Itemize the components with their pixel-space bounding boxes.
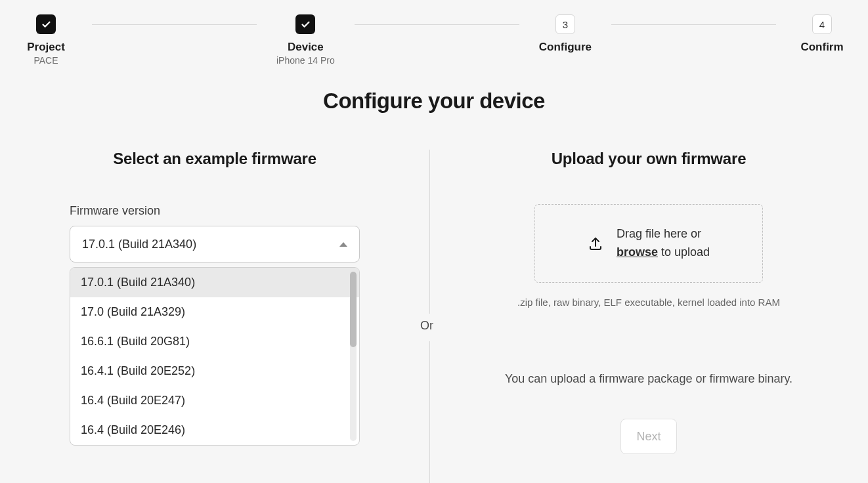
chevron-up-icon <box>339 242 347 247</box>
upload-note: You can upload a firmware package or fir… <box>505 372 792 386</box>
step-device[interactable]: Device iPhone 14 Pro <box>276 14 335 66</box>
step-box-done <box>36 14 56 34</box>
page-title: Configure your device <box>0 89 868 114</box>
firmware-option[interactable]: 16.4.1 (Build 20E252) <box>70 356 359 386</box>
vertical-divider <box>429 341 430 483</box>
firmware-option[interactable]: 16.4 (Build 20E246) <box>70 415 359 445</box>
vertical-divider <box>429 150 430 314</box>
firmware-version-dropdown: 17.0.1 (Build 21A340) 17.0 (Build 21A329… <box>70 267 360 446</box>
firmware-option[interactable]: 17.0 (Build 21A329) <box>70 297 359 327</box>
dropzone-line2-suffix: to upload <box>658 245 710 259</box>
firmware-dropzone[interactable]: Drag file here or browse to upload <box>534 204 763 283</box>
upload-icon <box>588 236 603 251</box>
step-subtitle: iPhone 14 Pro <box>276 55 335 66</box>
step-configure[interactable]: 3 Configure <box>539 14 592 54</box>
or-label: Or <box>420 319 433 333</box>
firmware-version-select[interactable]: 17.0.1 (Build 21A340) <box>70 226 360 262</box>
step-title: Project <box>27 41 65 54</box>
firmware-version-label: Firmware version <box>70 204 360 218</box>
step-box-pending: 4 <box>812 14 832 34</box>
step-confirm[interactable]: 4 Confirm <box>796 14 848 54</box>
step-connector <box>611 24 776 25</box>
firmware-version-field: Firmware version 17.0.1 (Build 21A340) 1… <box>70 204 360 446</box>
upload-firmware-heading: Upload your own firmware <box>552 150 747 168</box>
stepper: Project PACE Device iPhone 14 Pro 3 Conf… <box>0 0 868 66</box>
step-title: Device <box>288 41 324 54</box>
next-button[interactable]: Next <box>620 419 677 454</box>
check-icon <box>301 20 311 30</box>
dropdown-scroll[interactable]: 17.0.1 (Build 21A340) 17.0 (Build 21A329… <box>70 268 359 445</box>
step-project[interactable]: Project PACE <box>20 14 72 66</box>
step-box-done <box>295 14 315 34</box>
configure-columns: Or Select an example firmware Firmware v… <box>0 150 868 483</box>
step-connector <box>355 24 519 25</box>
example-firmware-column: Select an example firmware Firmware vers… <box>0 150 429 483</box>
dropzone-line1: Drag file here or <box>617 227 701 240</box>
dropzone-hint: .zip file, raw binary, ELF executable, k… <box>517 295 780 310</box>
step-title: Confirm <box>800 41 843 54</box>
step-subtitle: PACE <box>33 55 58 66</box>
firmware-version-selected: 17.0.1 (Build 21A340) <box>82 238 196 251</box>
dropzone-text: Drag file here or browse to upload <box>617 225 710 262</box>
step-connector <box>92 24 257 25</box>
firmware-option[interactable]: 16.4 (Build 20E247) <box>70 386 359 415</box>
browse-link[interactable]: browse <box>617 245 658 259</box>
firmware-option[interactable]: 16.6.1 (Build 20G81) <box>70 327 359 356</box>
upload-firmware-column: Upload your own firmware Drag file here … <box>429 150 868 483</box>
step-title: Configure <box>539 41 592 54</box>
step-box-pending: 3 <box>555 14 575 34</box>
check-icon <box>41 20 51 30</box>
firmware-option[interactable]: 17.0.1 (Build 21A340) <box>70 268 359 297</box>
scrollbar-thumb[interactable] <box>350 272 357 347</box>
example-firmware-heading: Select an example firmware <box>113 150 316 168</box>
